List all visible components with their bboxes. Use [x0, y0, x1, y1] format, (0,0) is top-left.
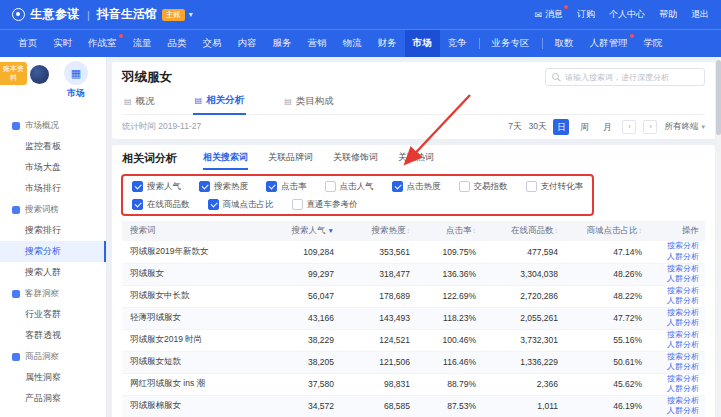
sidebar-item-search-analysis[interactable]: 搜索分析	[0, 241, 106, 262]
filter-trade-index[interactable]: 交易指数	[459, 180, 508, 192]
col-online-items[interactable]: 在线商品数↕	[482, 221, 564, 241]
nav-item-crowd-management[interactable]: 人群管理	[582, 30, 636, 57]
search-analysis-link[interactable]: 搜索分析	[654, 264, 699, 275]
tab-overview[interactable]: ▤概况	[122, 91, 157, 114]
tab-related-analysis[interactable]: ▤相关分析	[193, 91, 247, 115]
nav-item-content[interactable]: 内容	[230, 30, 265, 57]
crowd-analysis-link[interactable]: 人群分析	[654, 274, 699, 285]
tab-category-composition[interactable]: ▤类目构成	[282, 91, 336, 114]
col-click-rate[interactable]: 点击率↕	[416, 221, 482, 241]
filter-click-rate[interactable]: 点击率	[266, 180, 307, 192]
nav-item-competition[interactable]: 竞争	[440, 30, 475, 57]
filter-label: 搜索人气	[147, 180, 181, 192]
filter-ztc-reference-price[interactable]: 直通车参考价	[292, 198, 358, 210]
date-controls: 7天 30天 日 周 月 ‹ › 所有终端▾	[508, 119, 705, 135]
filter-click-heat[interactable]: 点击热度	[392, 180, 441, 192]
nav-item-service[interactable]: 服务	[265, 30, 300, 57]
col-mall-click-share[interactable]: 商城点击占比↕	[564, 221, 648, 241]
sidebar-item-attribute-insight[interactable]: 属性洞察	[0, 367, 106, 388]
tab-related-brand-words[interactable]: 关联品牌词	[268, 151, 313, 170]
nav-item-finance[interactable]: 财务	[370, 30, 405, 57]
metric-filter-panel: 搜索人气 搜索热度 点击率 点击人气 点击热度 交易指数 支付转化率 在线商品数…	[122, 175, 593, 215]
nav-item-war-room[interactable]: 作战室	[80, 30, 125, 57]
nav-item-market[interactable]: 市场	[405, 30, 440, 57]
logout-link[interactable]: 退出	[691, 8, 709, 21]
filter-search-popularity[interactable]: 搜索人气	[132, 180, 181, 192]
nav-item-home[interactable]: 首页	[10, 30, 45, 57]
filter-click-popularity[interactable]: 点击人气	[325, 180, 374, 192]
keyword-cell: 羽绒服女中长款	[122, 285, 262, 307]
col-search-heat[interactable]: 搜索热度↕	[340, 221, 416, 241]
search-analysis-link[interactable]: 搜索分析	[654, 374, 699, 385]
search-heat-cell: 124,521	[340, 329, 416, 351]
search-analysis-link[interactable]: 搜索分析	[654, 241, 699, 252]
period-day-button[interactable]: 日	[553, 119, 569, 135]
crowd-analysis-link[interactable]: 人群分析	[654, 362, 699, 373]
chevron-down-icon[interactable]: ▾	[189, 10, 193, 19]
tab-label: 相关分析	[206, 94, 244, 107]
scrollbar-thumb[interactable]	[716, 60, 721, 135]
avatar[interactable]	[30, 65, 49, 84]
crowd-analysis-link[interactable]: 人群分析	[654, 318, 699, 329]
chevron-down-icon: ▾	[701, 123, 705, 131]
filter-search-heat[interactable]: 搜索热度	[199, 180, 248, 192]
tab-related-hot-words[interactable]: 关联热词	[398, 151, 434, 170]
scrollbar[interactable]	[716, 57, 721, 417]
tab-label: 类目构成	[296, 95, 334, 108]
terminal-filter-dropdown[interactable]: 所有终端▾	[664, 121, 705, 133]
sidebar-item-product-insight[interactable]: 产品洞察	[0, 388, 106, 409]
crowd-analysis-link[interactable]: 人群分析	[654, 406, 699, 417]
search-heat-cell: 353,561	[340, 241, 416, 263]
search-input[interactable]	[565, 73, 698, 82]
search-analysis-link[interactable]: 搜索分析	[654, 352, 699, 363]
sidebar-item-market-dashboard[interactable]: 市场大盘	[0, 157, 106, 178]
nav-item-marketing[interactable]: 营销	[300, 30, 335, 57]
sidebar-item-monitor-board[interactable]: 监控看板	[0, 136, 106, 157]
tab-related-modifier-words[interactable]: 关联修饰词	[333, 151, 378, 170]
sidebar-item-industry-customers[interactable]: 行业客群	[0, 304, 106, 325]
crowd-analysis-link[interactable]: 人群分析	[654, 340, 699, 351]
account-ribbon-badge[interactable]: 账本资料	[0, 62, 27, 85]
crowd-analysis-link[interactable]: 人群分析	[654, 384, 699, 395]
crowd-analysis-link[interactable]: 人群分析	[654, 296, 699, 307]
col-search-popularity[interactable]: 搜索人气▼	[262, 221, 340, 241]
page-title: 羽绒服女	[122, 69, 172, 86]
nav-item-data-fetch[interactable]: 取数	[547, 30, 582, 57]
filter-mall-click-share[interactable]: 商城点击占比	[208, 198, 274, 210]
range-30d-button[interactable]: 30天	[529, 121, 547, 133]
crowd-analysis-link[interactable]: 人群分析	[654, 252, 699, 263]
nav-item-realtime[interactable]: 实时	[45, 30, 80, 57]
next-date-button[interactable]: ›	[643, 120, 657, 134]
nav-item-traffic[interactable]: 流量	[125, 30, 160, 57]
filter-payment-conversion[interactable]: 支付转化率	[526, 180, 584, 192]
table-header-row: 搜索词 搜索人气▼ 搜索热度↕ 点击率↕ 在线商品数↕ 商城点击占比↕ 操作	[122, 221, 705, 241]
nav-item-business-zone[interactable]: 业务专区	[484, 30, 538, 57]
prev-date-button[interactable]: ‹	[622, 120, 636, 134]
period-week-button[interactable]: 周	[576, 119, 592, 135]
order-link[interactable]: 订购	[577, 8, 595, 21]
sidebar-item-search-crowd[interactable]: 搜索人群	[0, 262, 106, 283]
keyword-cell: 羽绒服女	[122, 263, 262, 285]
filter-label: 点击人气	[340, 180, 374, 192]
help-link[interactable]: 帮助	[659, 8, 677, 21]
search-analysis-link[interactable]: 搜索分析	[654, 396, 699, 407]
filter-online-items[interactable]: 在线商品数	[132, 198, 190, 210]
notification-dot	[630, 34, 634, 38]
search-analysis-link[interactable]: 搜索分析	[654, 330, 699, 341]
filter-label: 支付转化率	[541, 180, 584, 192]
search-analysis-link[interactable]: 搜索分析	[654, 308, 699, 319]
period-month-button[interactable]: 月	[599, 119, 615, 135]
nav-item-trade[interactable]: 交易	[195, 30, 230, 57]
nav-item-academy[interactable]: 学院	[636, 30, 671, 57]
sidebar-item-search-ranking[interactable]: 搜索排行	[0, 220, 106, 241]
messages-link[interactable]: ✉ 消息	[534, 8, 563, 21]
nav-item-logistics[interactable]: 物流	[335, 30, 370, 57]
sidebar-item-customer-perspective[interactable]: 客群透视	[0, 325, 106, 346]
personal-center-link[interactable]: 个人中心	[609, 8, 645, 21]
tab-related-search-words[interactable]: 相关搜索词	[203, 151, 248, 170]
search-analysis-link[interactable]: 搜索分析	[654, 286, 699, 297]
sidebar-item-market-ranking[interactable]: 市场排行	[0, 178, 106, 199]
nav-item-category[interactable]: 品类	[160, 30, 195, 57]
stat-time-row: 统计时间 2019-11-27 7天 30天 日 周 月 ‹ › 所有终端▾	[122, 115, 705, 139]
range-7d-button[interactable]: 7天	[508, 121, 521, 133]
